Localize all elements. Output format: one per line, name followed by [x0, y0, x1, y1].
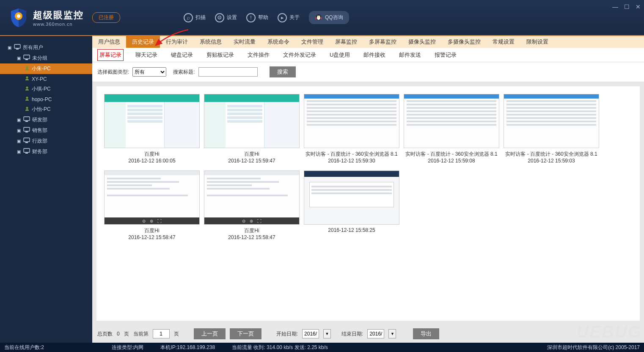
thumbnail-title: 实时访客 - 百度统计 - 360安全浏览器 8.1 — [505, 151, 597, 158]
zoom-out-icon[interactable]: ⊖ — [242, 219, 245, 223]
primary-tab[interactable]: 摄像头监控 — [402, 36, 442, 48]
primary-tab[interactable]: 系统信息 — [194, 36, 228, 48]
thumbnail-image[interactable]: ⊖⊕⛶ — [204, 170, 300, 225]
pager-bar: 总页数 0 页 当前第 页 上一页 下一页 开始日期: ▼ 结束日期: ▼ 导出 — [92, 325, 644, 343]
screenshot-type-label: 选择截图类型: — [97, 69, 129, 76]
tree-group[interactable]: ▣研发部 — [0, 115, 92, 125]
tree-root-all-users[interactable]: ▣ 所有用户 — [0, 42, 92, 53]
end-date-picker-button[interactable]: ▼ — [388, 329, 396, 338]
expand-icon: ▣ — [17, 118, 21, 122]
screenshot-thumbnail[interactable]: 实时访客 - 百度统计 - 360安全浏览器 8.12016-12-12 15:… — [404, 94, 499, 164]
secondary-tab[interactable]: 文件外发记录 — [281, 50, 318, 60]
primary-tab[interactable]: 历史记录 — [126, 36, 160, 48]
tree-user[interactable]: hopo-PC — [0, 94, 92, 104]
export-button[interactable]: 导出 — [413, 328, 439, 339]
secondary-tabs: 屏幕记录聊天记录键盘记录剪贴板记录文件操作文件外发记录U盘使用邮件接收邮件发送报… — [92, 48, 644, 62]
tree-user[interactable]: XY-PC — [0, 74, 92, 84]
maximize-button[interactable]: ☐ — [624, 3, 630, 10]
thumbnail-image[interactable] — [304, 94, 399, 148]
search-title-input[interactable] — [198, 67, 258, 77]
primary-tab[interactable]: 限制设置 — [520, 36, 554, 48]
thumbnail-image[interactable] — [204, 94, 300, 148]
tree-group-label: 研发部 — [32, 116, 47, 124]
screenshot-thumbnail[interactable]: 百度Hi2016-12-12 16:00:05 — [104, 94, 200, 164]
thumbnail-image[interactable]: ⊖⊕⛶ — [104, 170, 200, 225]
expand-icon[interactable]: ⛶ — [157, 219, 162, 223]
status-connection-type: 连接类型:内网 — [112, 344, 143, 351]
primary-tab[interactable]: 常规设置 — [487, 36, 520, 48]
tree-user[interactable]: 小琪-PC — [0, 84, 92, 94]
filter-bar: 选择截图类型: 所有 搜索标题: 搜索 — [92, 62, 644, 82]
collapse-icon: ▣ — [17, 56, 21, 60]
screenshot-thumbnail[interactable]: ⊖⊕⛶百度Hi2016-12-12 15:58:47 — [204, 170, 300, 240]
tree-user[interactable]: 小怡-PC — [0, 104, 92, 115]
thumbnail-image[interactable] — [104, 94, 200, 148]
expand-icon: ▣ — [17, 128, 21, 133]
screenshot-thumbnail[interactable]: 2016-12-12 15:58:25 — [304, 170, 399, 240]
current-page-input[interactable] — [153, 329, 170, 338]
close-button[interactable]: ✕ — [636, 3, 641, 10]
end-date-input[interactable] — [367, 329, 384, 338]
primary-tab[interactable]: 文件管理 — [295, 36, 329, 48]
thumbnail-timestamp: 2016-12-12 15:59:47 — [228, 158, 275, 164]
tree-user-label: XY-PC — [32, 76, 47, 82]
secondary-tab[interactable]: 剪贴板记录 — [205, 50, 236, 60]
thumbnail-timestamp: 2016-12-12 15:58:25 — [328, 227, 375, 233]
tree-group[interactable]: ▣财务部 — [0, 146, 92, 157]
tree-group-label: 未分组 — [32, 55, 47, 62]
user-icon — [25, 66, 30, 72]
status-copyright: 深圳市超时代软件有限公司(c) 2005-2017 — [547, 344, 640, 351]
zoom-in-icon[interactable]: ⊕ — [150, 219, 153, 223]
primary-tab[interactable]: 实时流量 — [228, 36, 261, 48]
minimize-button[interactable]: — — [612, 3, 618, 10]
zoom-out-icon[interactable]: ⊖ — [142, 219, 146, 223]
secondary-tab[interactable]: 报警记录 — [433, 50, 458, 60]
secondary-tab[interactable]: U盘使用 — [328, 50, 352, 60]
qq-consult-button[interactable]: QQ咨询 — [309, 11, 349, 24]
primary-tab[interactable]: 多摄像头监控 — [442, 36, 487, 48]
user-icon — [25, 106, 30, 113]
scan-button[interactable]: ⌕扫描 — [184, 13, 206, 22]
help-button[interactable]: !帮助 — [246, 13, 268, 22]
thumbnail-image[interactable] — [304, 170, 399, 225]
screenshot-thumbnail[interactable]: 实时访客 - 百度统计 - 360安全浏览器 8.12016-12-12 15:… — [304, 94, 399, 164]
primary-tab[interactable]: 屏幕监控 — [329, 36, 363, 48]
primary-tab[interactable]: 多屏幕监控 — [363, 36, 402, 48]
tree-user[interactable]: 小朱-PC — [0, 63, 92, 74]
primary-tab[interactable]: 系统命令 — [261, 36, 295, 48]
primary-tab[interactable]: 用户信息 — [92, 36, 126, 48]
prev-page-button[interactable]: 上一页 — [194, 328, 226, 339]
settings-button[interactable]: ⚙设置 — [215, 13, 237, 22]
screenshot-thumbnail[interactable]: 实时访客 - 百度统计 - 360安全浏览器 8.12016-12-12 15:… — [504, 94, 599, 164]
thumbnail-image[interactable] — [504, 94, 599, 148]
monitor-icon — [23, 127, 30, 134]
expand-icon[interactable]: ⛶ — [257, 219, 261, 223]
secondary-tab[interactable]: 聊天记录 — [134, 50, 159, 60]
status-bar: 当前在线用户数:2 连接类型:内网 本机IP:192.168.199.238 当… — [0, 343, 644, 352]
thumbnail-image[interactable] — [404, 94, 499, 148]
zoom-in-icon[interactable]: ⊕ — [250, 219, 253, 223]
registered-badge: 已注册 — [92, 12, 120, 23]
screenshot-thumbnail[interactable]: 百度Hi2016-12-12 15:59:47 — [204, 94, 300, 164]
primary-tab[interactable]: 行为审计 — [160, 36, 194, 48]
screenshot-thumbnail[interactable]: ⊖⊕⛶百度Hi2016-12-12 15:58:47 — [104, 170, 200, 240]
start-date-input[interactable] — [302, 329, 319, 338]
secondary-tab[interactable]: 邮件发送 — [397, 50, 423, 60]
secondary-tab[interactable]: 邮件接收 — [362, 50, 387, 60]
next-page-button[interactable]: 下一页 — [230, 328, 261, 339]
about-button[interactable]: ▸关于 — [278, 13, 300, 22]
svg-rect-16 — [24, 117, 30, 121]
screenshot-type-select[interactable]: 所有 — [132, 67, 166, 77]
tree-group[interactable]: ▣未分组 — [0, 53, 92, 63]
tree-group[interactable]: ▣销售部 — [0, 125, 92, 136]
settings-label: 设置 — [227, 14, 237, 21]
secondary-tab[interactable]: 屏幕记录 — [97, 49, 124, 61]
thumbnail-timestamp: 2016-12-12 15:59:08 — [428, 158, 475, 164]
tree-group[interactable]: ▣行政部 — [0, 136, 92, 146]
secondary-tab[interactable]: 文件操作 — [246, 50, 271, 60]
svg-point-11 — [26, 66, 28, 69]
help-label: 帮助 — [258, 14, 268, 21]
search-button[interactable]: 搜索 — [270, 66, 296, 77]
secondary-tab[interactable]: 键盘记录 — [169, 50, 195, 60]
start-date-picker-button[interactable]: ▼ — [323, 329, 331, 338]
